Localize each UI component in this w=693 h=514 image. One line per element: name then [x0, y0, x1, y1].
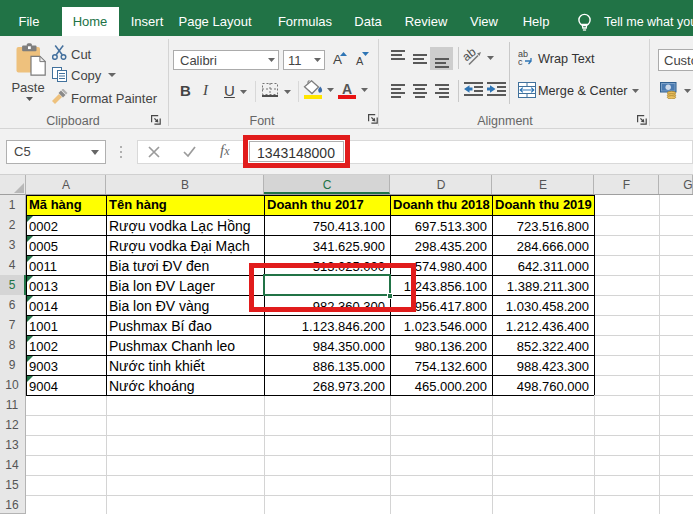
- svg-text:c: c: [518, 57, 523, 66]
